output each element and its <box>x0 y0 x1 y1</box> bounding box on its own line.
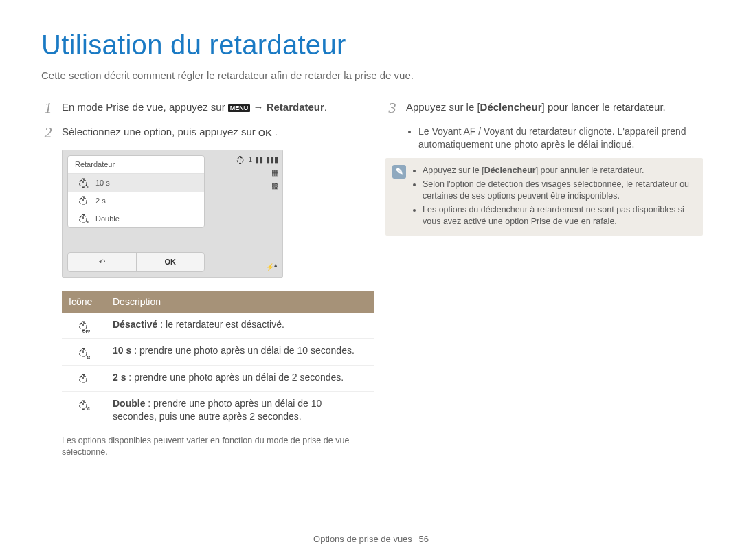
row-text: : prendre une photo après un délai de 2 … <box>126 372 344 383</box>
svg-text:c: c <box>87 406 90 411</box>
page-title: Utilisation du retardateur <box>41 26 701 63</box>
timer-icon: c <box>78 213 89 224</box>
options-note: Les options disponibles peuvent varier e… <box>62 435 364 458</box>
step-2: 2 Sélectionnez une option, puis appuyez … <box>41 125 361 140</box>
info-b1-post: ] pour annuler le retardateur. <box>536 166 644 175</box>
lcd-ok-button: OK <box>137 253 205 271</box>
step-3: 3 Appuyez sur le [Déclencheur] pour lanc… <box>385 100 703 115</box>
th-icon: Icône <box>62 291 106 313</box>
step-3-text-a: Appuyez sur le [ <box>406 101 480 113</box>
svg-text:10: 10 <box>87 185 89 188</box>
footer-section: Options de prise de vues <box>313 534 412 544</box>
icon-description-table: Icône Description OFF Désactivé : le ret… <box>62 291 374 429</box>
info-b1-pre: Appuyez sur le [ <box>423 166 484 175</box>
resolution-icon: ▦ <box>271 168 278 178</box>
th-desc: Description <box>106 291 374 313</box>
flash-auto-icon: ⚡ᴬ <box>266 262 277 272</box>
row-bold: Désactivé <box>113 319 157 330</box>
step-1-text-a: En mode Prise de vue, appuyez sur <box>62 101 228 113</box>
page-footer: Options de prise de vues 56 <box>0 533 742 546</box>
footer-page-number: 56 <box>418 534 428 544</box>
row-bold: 2 s <box>113 372 126 383</box>
lcd-option-label: Double <box>95 214 120 224</box>
timer-icon <box>236 155 245 165</box>
timer-icon: 10 <box>78 177 89 188</box>
camera-lcd-mockup: Retardateur 10 10 s 2 s c Double <box>62 150 283 278</box>
lcd-menu-panel: Retardateur 10 10 s 2 s c Double <box>67 155 205 228</box>
step-2-text-a: Sélectionnez une option, puis appuyez su… <box>62 126 258 137</box>
info-icon: ✎ <box>392 165 406 179</box>
svg-text:c: c <box>87 219 89 224</box>
menu-icon: MENU <box>228 104 251 112</box>
intro-text: Cette section décrit comment régler le r… <box>41 69 701 82</box>
lcd-count: 1 <box>248 155 252 165</box>
timer-double-icon: c <box>78 399 90 412</box>
timer-10s-icon: 10 <box>78 347 90 359</box>
lcd-option-label: 2 s <box>95 196 106 206</box>
step-3-bullet: Le Voyant AF / Voyant du retardateur cli… <box>418 125 703 151</box>
table-row: c Double : prendre une photo après un dé… <box>62 392 374 429</box>
step-3-text-b: ] pour lancer le retardateur. <box>542 101 666 113</box>
table-row: 10 10 s : prendre une photo après un dél… <box>62 339 374 365</box>
step-1-bold: Retardateur <box>267 101 324 113</box>
row-text: : prendre une photo après un délai de 10… <box>131 345 355 356</box>
lcd-bottom-bar: ↶ OK <box>67 252 205 272</box>
step-3-bold: Déclencheur <box>480 101 542 113</box>
row-text: : le retardateur est désactivé. <box>157 319 284 330</box>
table-row: OFF Désactivé : le retardateur est désac… <box>62 313 374 339</box>
battery-icon: ▮▮▮ <box>266 155 278 165</box>
step-1: 1 En mode Prise de vue, appuyez sur MENU… <box>41 100 361 115</box>
info-bullet: Selon l'option de détection des visages … <box>423 179 693 202</box>
svg-text:OFF: OFF <box>82 329 90 333</box>
step-3-details: Le Voyant AF / Voyant du retardateur cli… <box>409 125 703 151</box>
ok-icon: OK <box>258 127 272 139</box>
step-1-arrow: → <box>253 101 266 113</box>
row-bold: 10 s <box>113 345 131 356</box>
lcd-option-double: c Double <box>68 210 204 227</box>
timer-icon <box>78 195 89 206</box>
step-1-suffix: . <box>324 101 327 113</box>
step-number: 1 <box>41 100 55 115</box>
lcd-status-icons: 1 ▮▮ ▮▮▮ ▦ ▩ <box>236 155 278 191</box>
step-number: 2 <box>41 125 55 140</box>
lcd-menu-title: Retardateur <box>68 156 204 174</box>
info-bullet: Appuyez sur le [Déclencheur] pour annule… <box>423 165 693 177</box>
shot-count-icon: ▮▮ <box>255 155 263 165</box>
quality-icon: ▩ <box>271 181 278 191</box>
lcd-option-10s: 10 10 s <box>68 174 204 192</box>
info-box: ✎ Appuyez sur le [Déclencheur] pour annu… <box>385 158 703 236</box>
timer-2s-icon <box>78 373 90 385</box>
svg-text:10: 10 <box>87 355 90 359</box>
timer-off-icon: OFF <box>78 320 90 333</box>
step-2-suffix: . <box>275 126 278 137</box>
row-bold: Double <box>113 398 145 409</box>
table-row: 2 s : prendre une photo après un délai d… <box>62 365 374 391</box>
lcd-option-2s: 2 s <box>68 192 204 210</box>
step-number: 3 <box>385 100 399 115</box>
info-bullet: Les options du déclencheur à retardement… <box>423 204 693 227</box>
lcd-back-button: ↶ <box>68 253 137 271</box>
lcd-option-label: 10 s <box>95 178 110 188</box>
info-b1-bold: Déclencheur <box>484 166 536 175</box>
